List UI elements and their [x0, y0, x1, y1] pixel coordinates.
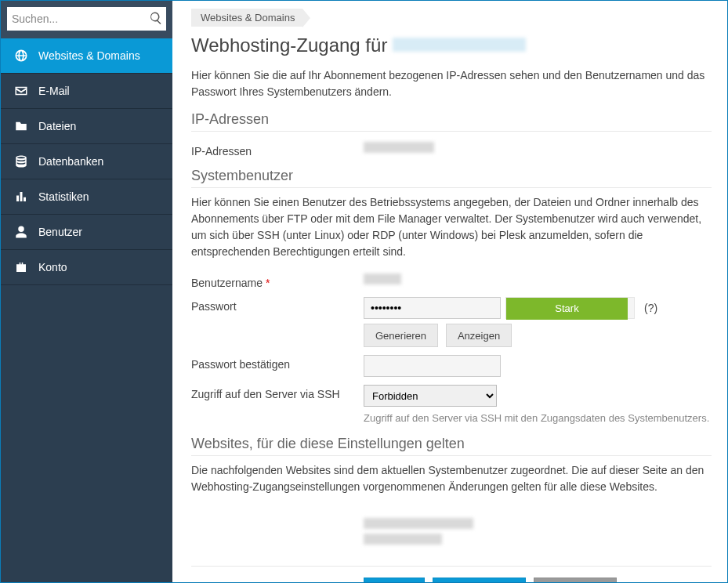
ssh-access-hint: Zugriff auf den Server via SSH mit den Z…: [364, 411, 712, 425]
row-username: Benutzername *: [191, 270, 712, 293]
breadcrumb-item[interactable]: Websites & Domains: [191, 9, 302, 27]
search-wrap: [1, 1, 172, 38]
password-confirm-input[interactable]: [364, 355, 501, 377]
row-password: Passwort Stark (?) Generieren Anzeigen: [191, 293, 712, 351]
site-redacted: [364, 534, 442, 545]
page-title-domain-redacted: [393, 38, 526, 52]
sites-list: [364, 509, 712, 557]
required-marker: *: [266, 277, 270, 289]
nav-item-label: Benutzer: [38, 226, 82, 238]
main-content: Websites & Domains Webhosting-Zugang für…: [172, 1, 727, 582]
nav-item-label: Datenbanken: [38, 155, 103, 168]
password-help-icon[interactable]: (?): [644, 302, 657, 314]
nav-item-label: Statistiken: [38, 190, 89, 203]
user-icon: [13, 224, 29, 240]
row-ssh-access: Zugriff auf den Server via SSH Forbidden…: [191, 381, 712, 429]
section-desc-sysuser: Hier können Sie einen Benutzer des Betri…: [191, 194, 712, 260]
sidebar: Websites & Domains E-Mail Dateien Datenb…: [1, 1, 172, 582]
mail-icon: [13, 83, 29, 99]
search-icon[interactable]: [149, 11, 163, 27]
nav-item-statistics[interactable]: Statistiken: [1, 179, 172, 215]
folder-icon: [13, 118, 29, 134]
show-password-button[interactable]: Anzeigen: [446, 324, 512, 347]
database-icon: [13, 154, 29, 169]
value-ip-addresses: [364, 142, 712, 155]
page-title: Webhosting-Zugang für: [191, 34, 712, 56]
section-heading-sysuser: Systembenutzer: [191, 168, 712, 188]
password-strength-meter: Stark: [505, 297, 635, 319]
globe-icon: [13, 48, 29, 63]
label-ip-addresses: IP-Adressen: [191, 142, 364, 158]
label-ssh-access: Zugriff auf den Server via SSH: [191, 385, 364, 400]
section-desc-sites: Die nachfolgenden Websites sind dem aktu…: [191, 462, 712, 495]
label-username: Benutzername *: [191, 273, 364, 289]
label-password: Passwort: [191, 297, 364, 313]
apply-button[interactable]: Übernehmen: [433, 578, 526, 582]
ok-button[interactable]: OK: [364, 578, 425, 582]
nav-item-email[interactable]: E-Mail: [1, 74, 172, 109]
breadcrumb: Websites & Domains: [191, 9, 302, 27]
nav-item-files[interactable]: Dateien: [1, 109, 172, 144]
username-redacted: [364, 273, 401, 284]
section-heading-sites: Websites, für die diese Einstellungen ge…: [191, 436, 712, 456]
row-password-confirm: Passwort bestätigen: [191, 351, 712, 381]
nav-item-label: E-Mail: [38, 85, 70, 97]
nav-item-databases[interactable]: Datenbanken: [1, 144, 172, 179]
page-title-prefix: Webhosting-Zugang für: [191, 34, 393, 56]
search-input[interactable]: [12, 13, 149, 25]
password-strength-label: Stark: [506, 298, 628, 320]
page-intro: Hier können Sie die auf Ihr Abonnement b…: [191, 67, 712, 100]
nav-item-label: Websites & Domains: [38, 49, 140, 62]
row-ip-addresses: IP-Adressen: [191, 138, 712, 161]
nav-item-label: Dateien: [38, 120, 76, 132]
nav-item-label: Konto: [38, 261, 67, 273]
footer-bar: * Erforderliche Felder OK Übernehmen Abb…: [191, 566, 712, 582]
site-redacted: [364, 518, 473, 529]
briefcase-icon: [13, 259, 29, 275]
row-sites-list: [191, 505, 712, 561]
search-box[interactable]: [7, 7, 166, 31]
generate-password-button[interactable]: Generieren: [364, 324, 438, 347]
label-username-text: Benutzername: [191, 277, 263, 289]
value-username: [364, 273, 712, 287]
nav-item-websites-domains[interactable]: Websites & Domains: [1, 38, 172, 74]
nav-item-users[interactable]: Benutzer: [1, 215, 172, 250]
ip-redacted: [364, 142, 434, 153]
label-password-confirm: Passwort bestätigen: [191, 355, 364, 371]
ssh-access-select[interactable]: Forbidden: [364, 385, 497, 407]
cancel-button[interactable]: Abbrechen: [534, 578, 617, 582]
nav: Websites & Domains E-Mail Dateien Datenb…: [1, 38, 172, 285]
nav-item-account[interactable]: Konto: [1, 250, 172, 285]
password-input[interactable]: [364, 297, 501, 319]
stats-icon: [13, 189, 29, 205]
section-heading-ip: IP-Adressen: [191, 111, 712, 132]
